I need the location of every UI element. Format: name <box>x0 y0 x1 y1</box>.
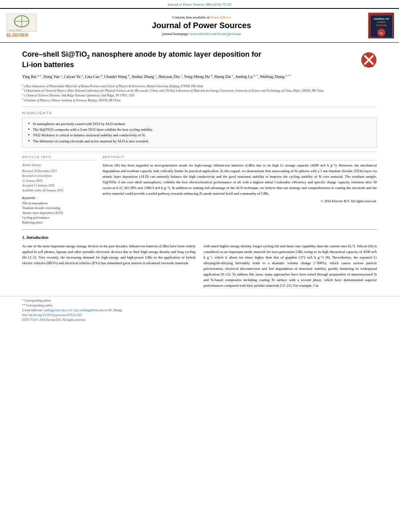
ps-logo-container: JOURNAL OF POWER SOURCES PS <box>362 12 394 39</box>
keyword-4: Cycling performance <box>22 216 95 220</box>
received-date: Received 29 December 2015 <box>22 169 95 174</box>
intro-col1: As one of the most important energy stor… <box>22 244 195 289</box>
elsevier-logo: since 1880 ELSEVIER <box>5 12 41 39</box>
highlights-list: Si nanospheres are precisely coated with… <box>28 121 371 144</box>
journal-homepage: journal homepage: www.elsevier.com/locat… <box>41 32 362 36</box>
accepted-date: Accepted 13 January 2016 <box>22 183 95 188</box>
intro-text-col2: with much higher energy density, longer … <box>204 244 377 289</box>
svg-text:PS: PS <box>379 32 383 35</box>
affiliations: a a Key Laboratory of Photovoltaic Mater… <box>22 84 377 103</box>
sciencedirect-line: Contents lists available at ScienceDirec… <box>41 15 362 19</box>
highlights-label: HIGHLIGHTS <box>22 111 377 115</box>
intro-heading: 1. Introduction <box>22 235 377 240</box>
affiliation-c: c c Chemical Sciences Division, Oak Ridg… <box>22 93 377 98</box>
main-content: Core–shell Si@TiO2 nanosphere anode by a… <box>0 43 399 289</box>
journal-center-info: Contents lists available at ScienceDirec… <box>41 15 362 36</box>
history-title: Article history: <box>22 163 95 168</box>
homepage-link[interactable]: www.elsevier.com/locate/jpowsour <box>190 32 241 36</box>
abstract-label: ABSTRACT <box>103 155 377 160</box>
abstract-col: ABSTRACT Silicon (Si) has been regarded … <box>103 155 377 225</box>
keyword-2: Titanium dioxide overcoating <box>22 206 95 211</box>
page-footer: * Corresponding author. ** Corresponding… <box>0 296 399 324</box>
ps-logo: JOURNAL OF POWER SOURCES PS <box>368 12 394 39</box>
svg-text:JOURNAL OF: JOURNAL OF <box>373 18 389 20</box>
affiliation-b: b b Department of Chemical Physics, Hefe… <box>22 88 377 93</box>
journal-header: since 1880 ELSEVIER Contents lists avail… <box>0 8 399 43</box>
divider-1 <box>22 107 377 107</box>
issn-text: 0378-7753/© 2016 Elsevier B.V. All right… <box>22 318 377 322</box>
sciencedirect-link[interactable]: ScienceDirect <box>210 15 230 19</box>
elsevier-text: ELSEVIER <box>6 33 28 37</box>
affiliation-d: d d Institute of Physics, Chinese Academ… <box>22 98 377 103</box>
corresponding-note-2: ** Corresponding author. <box>22 304 377 307</box>
svg-text:SOURCES: SOURCES <box>376 24 387 27</box>
svg-text:POWER: POWER <box>377 21 385 23</box>
affiliation-a: a a Key Laboratory of Photovoltaic Mater… <box>22 84 377 88</box>
elsevier-logo-image: since 1880 <box>6 14 37 32</box>
crossmark-logo[interactable]: CrossMark <box>361 52 377 68</box>
abstract-text: Silicon (Si) has been regarded as next-g… <box>103 163 377 197</box>
svg-text:CrossMark: CrossMark <box>364 65 374 68</box>
intro-body: As one of the most important energy stor… <box>22 244 377 289</box>
intro-col2: with much higher energy density, longer … <box>204 244 377 289</box>
article-info-label: ARTICLE INFO <box>22 155 95 160</box>
keyword-3: Atomic layer deposition (ALD) <box>22 211 95 216</box>
email-link-2[interactable]: wfzhang@henu.edu.cn <box>80 308 107 312</box>
svg-text:since 1880: since 1880 <box>9 29 21 32</box>
highlight-item: The Si@TiO2 composite with a 3 nm TiO2 l… <box>28 127 371 132</box>
keyword-1: Silicon nanospheres <box>22 201 95 206</box>
info-abstract-section: ARTICLE INFO Article history: Received 2… <box>22 155 377 225</box>
article-info-col: ARTICLE INFO Article history: Received 2… <box>22 155 95 225</box>
email-note: E-mail addresses: junling@ustc.edu.cn (J… <box>22 308 377 312</box>
email-link-1[interactable]: junling@ustc.edu.cn <box>44 308 69 312</box>
journal-citation: Journal of Power Sources 308 (2016) 75–8… <box>0 0 399 8</box>
keywords-section: Keywords: Silicon nanospheres Titanium d… <box>22 196 95 225</box>
article-title: Core–shell Si@TiO2 nanosphere anode by a… <box>22 50 361 70</box>
highlight-item: Si nanospheres are precisely coated with… <box>28 121 371 127</box>
article-title-section: Core–shell Si@TiO2 nanosphere anode by a… <box>22 43 377 74</box>
corresponding-note-1: * Corresponding author. <box>22 299 377 302</box>
revised-date: 11 January 2016 <box>22 179 95 183</box>
copyright: © 2016 Elsevier B.V. All rights reserved… <box>103 199 377 203</box>
highlights-box: Si nanospheres are precisely coated with… <box>22 117 377 148</box>
intro-section: 1. Introduction As one of the most impor… <box>22 235 377 289</box>
intro-text-col1: As one of the most important energy stor… <box>22 244 195 266</box>
keywords-label: Keywords: <box>22 196 95 200</box>
divider-3 <box>22 229 377 230</box>
keyword-5: Buffering effect <box>22 220 95 225</box>
authors-line: Ying Bai a, c, Dong Yan a, Caiyan Yu a, … <box>22 74 377 80</box>
article-history: Article history: Received 29 December 20… <box>22 163 95 193</box>
available-date: Available online 28 January 2016 <box>22 188 95 193</box>
doi-link[interactable]: http://dx.doi.org/10.1016/j.jpowsour.201… <box>22 313 377 317</box>
highlight-item: The difference in coating electrode and … <box>28 138 371 144</box>
journal-title: Journal of Power Sources <box>41 21 362 30</box>
divider-2 <box>22 152 377 152</box>
highlight-item: TiO2 thickness is critical to balance st… <box>28 132 371 138</box>
revised-label: Received in revised form <box>22 174 95 179</box>
